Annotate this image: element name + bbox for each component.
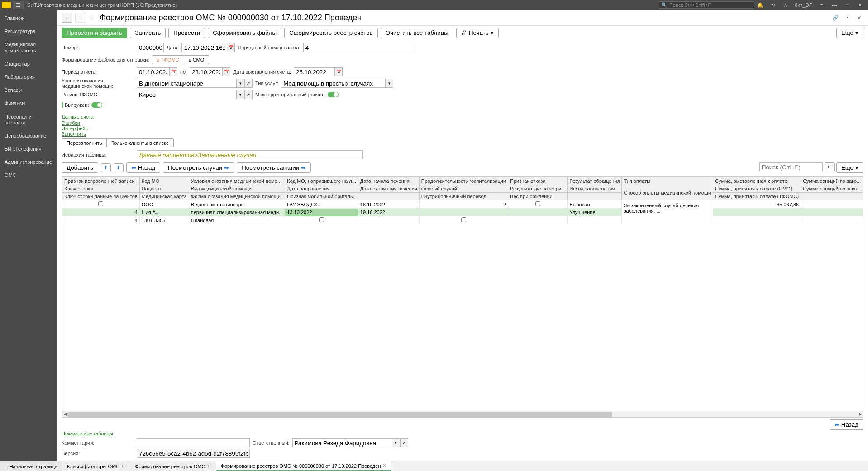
data-table[interactable]: Признак исправленной записи Код МО Услов… xyxy=(62,176,863,411)
region-input[interactable] xyxy=(137,90,236,99)
col-header[interactable]: Сумма санкций по зако... xyxy=(801,185,863,193)
cell[interactable] xyxy=(419,209,508,216)
link-icon[interactable]: 🔗 xyxy=(831,13,840,22)
cell[interactable] xyxy=(713,216,801,224)
sidebar-item-main[interactable]: Главное xyxy=(0,12,57,25)
cell[interactable]: 1301-3355 xyxy=(139,216,189,224)
col-header[interactable]: Признак мобильной бригады xyxy=(285,193,358,200)
cell[interactable]: 19.10.2022 xyxy=(358,209,419,216)
clear-search-button[interactable]: ✕ xyxy=(825,162,835,171)
cell[interactable]: 35 067,36 xyxy=(713,200,801,209)
cell[interactable]: Выписан xyxy=(568,200,622,209)
cell[interactable] xyxy=(801,200,863,209)
row-checkbox[interactable] xyxy=(98,201,103,206)
col-header[interactable]: Код МО, направившего на л... xyxy=(285,177,358,185)
cell[interactable]: первичная специализированная меди... xyxy=(189,209,285,216)
view-cases-button[interactable]: Посмотреть случаи ➡ xyxy=(163,162,234,173)
cell[interactable]: Улучшение xyxy=(568,209,622,216)
cell[interactable] xyxy=(358,216,419,224)
sidebar-item-hospital[interactable]: Стационар xyxy=(0,57,57,71)
conditions-input[interactable] xyxy=(137,79,236,88)
cell[interactable]: 4 xyxy=(62,216,140,224)
open-icon[interactable]: ↗ xyxy=(244,79,253,88)
col-header[interactable]: Результат обращения xyxy=(568,177,622,185)
scroll-right-icon[interactable]: ▶ xyxy=(858,412,863,417)
clear-tables-button[interactable]: Очистить все таблицы xyxy=(381,28,453,38)
number-input[interactable] xyxy=(137,43,164,52)
open-icon[interactable]: ↗ xyxy=(400,438,408,447)
close-tab-icon[interactable]: ✕ xyxy=(121,463,125,469)
more-button[interactable]: Еще ▾ xyxy=(836,28,863,38)
notifications-icon[interactable]: 🔔 xyxy=(755,1,766,9)
cell[interactable]: 2 xyxy=(419,200,508,209)
cell[interactable] xyxy=(568,216,622,224)
table-row[interactable]: ООО "I В дневном стационаре ГАУ ЭБОДСК..… xyxy=(62,200,863,209)
history-icon[interactable]: ⟲ xyxy=(768,1,778,9)
row-checkbox[interactable] xyxy=(535,201,540,206)
move-down-button[interactable]: ⬇ xyxy=(114,163,124,172)
close-tab-icon[interactable]: ✕ xyxy=(382,463,386,469)
close-window-icon[interactable]: ✕ xyxy=(854,1,865,9)
move-up-button[interactable]: ⬆ xyxy=(101,163,111,172)
col-header[interactable]: Дата направления xyxy=(285,185,358,193)
close-document-icon[interactable]: ✕ xyxy=(854,13,863,22)
col-header[interactable]: Код МО xyxy=(139,177,189,185)
service-type-input[interactable] xyxy=(281,79,385,88)
cell[interactable]: L ия А... xyxy=(139,209,189,216)
nav-forward-button[interactable]: → xyxy=(75,13,86,23)
view-sanctions-button[interactable]: Посмотреть санкции ➡ xyxy=(237,162,311,173)
col-header[interactable]: Признак исправленной записи xyxy=(62,177,140,185)
interterr-toggle[interactable] xyxy=(328,92,339,97)
comment-input[interactable] xyxy=(137,438,250,447)
smo-tab[interactable]: в СМО xyxy=(184,55,209,64)
favorites-icon[interactable]: ☆ xyxy=(780,1,791,9)
cell[interactable]: 4 xyxy=(62,209,140,216)
col-header[interactable]: Форма оказания медицинской помощи xyxy=(189,193,285,200)
calendar-icon[interactable]: 📅 xyxy=(334,67,343,76)
sidebar-item-registry[interactable]: Регистратура xyxy=(0,25,57,38)
sidebar-item-finance[interactable]: Финансы xyxy=(0,97,57,110)
date-input[interactable] xyxy=(181,43,227,52)
col-header[interactable] xyxy=(568,193,622,200)
fill-link[interactable]: Заполнить xyxy=(62,131,86,137)
sidebar-item-admin[interactable]: Администрирование xyxy=(0,156,57,169)
col-header[interactable]: Сумма санкций по зако... xyxy=(801,177,863,185)
open-icon[interactable]: ↗ xyxy=(244,90,253,99)
col-header[interactable]: Сумма, принятая к оплате (СМО) xyxy=(713,185,801,193)
table-row[interactable]: 4 L ия А... первичная специализированная… xyxy=(62,209,863,216)
cell[interactable]: В дневном стационаре xyxy=(189,200,285,209)
calendar-icon[interactable]: 📅 xyxy=(169,67,177,76)
sidebar-item-hr[interactable]: Персонал и зарплата xyxy=(0,110,57,129)
nav-back-button[interactable]: ← xyxy=(62,13,72,23)
col-header[interactable]: Особый случай xyxy=(419,185,508,193)
dropdown-icon[interactable]: ▾ xyxy=(392,438,400,447)
col-header[interactable]: Условия оказания медицинской помо... xyxy=(189,177,285,185)
horizontal-scrollbar[interactable]: ◀ ▶ xyxy=(62,411,863,418)
maximize-icon[interactable]: ◻ xyxy=(842,1,853,9)
kebab-menu-icon[interactable]: ⋮ xyxy=(843,13,852,22)
form-registry-button[interactable]: Сформировать реестр счетов xyxy=(284,28,378,38)
sidebar-item-oms[interactable]: ОМС xyxy=(0,169,57,182)
period-to-input[interactable] xyxy=(190,67,222,76)
table-row[interactable]: 4 1301-3355 Плановая xyxy=(62,216,863,224)
tfoms-tab[interactable]: в ТФОМС xyxy=(152,55,184,64)
packet-input[interactable] xyxy=(303,43,416,52)
col-header[interactable]: Сумма, выставленная к оплате xyxy=(713,177,801,185)
col-header[interactable]: Внутрибольничный перевод xyxy=(419,193,508,200)
cell[interactable]: За законченный случай лечения заболевани… xyxy=(622,200,713,216)
main-menu-button[interactable]: ☰ xyxy=(13,1,24,9)
col-header[interactable]: Вес при рождении xyxy=(508,193,568,200)
col-header[interactable]: Дата начала лечения xyxy=(358,177,419,185)
account-data-link[interactable]: Данные счета xyxy=(62,114,94,119)
cell[interactable] xyxy=(713,209,801,216)
col-header[interactable]: Способ оплаты медицинской помощи xyxy=(622,185,713,200)
col-header[interactable]: Ключ строки xyxy=(62,185,140,193)
col-header[interactable]: Ключ строки данные пациентов xyxy=(62,193,140,200)
table-more-button[interactable]: Еще ▾ xyxy=(836,162,863,173)
col-header[interactable]: Признак отказа xyxy=(508,177,568,185)
only-clients-button[interactable]: Только клиенты в списке xyxy=(107,138,174,147)
dropdown-icon[interactable]: ▾ xyxy=(236,90,244,99)
minimize-icon[interactable]: — xyxy=(829,1,840,9)
show-all-tables-link[interactable]: Показать все таблицы xyxy=(62,431,113,436)
favorite-star-icon[interactable]: ☆ xyxy=(89,14,95,22)
